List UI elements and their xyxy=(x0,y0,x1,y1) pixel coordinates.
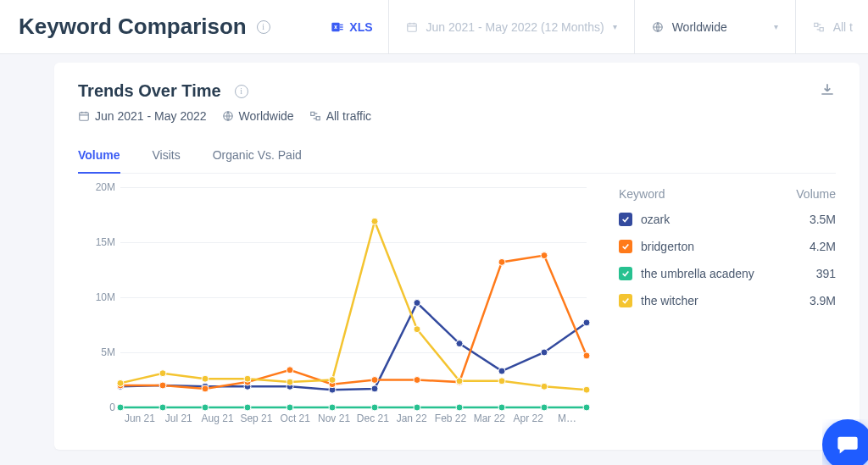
legend-checkbox[interactable] xyxy=(619,267,632,280)
legend-keyword: ozark xyxy=(641,213,810,226)
tab-visits[interactable]: Visits xyxy=(153,141,181,173)
y-tick: 20M xyxy=(96,181,115,193)
legend-checkbox[interactable] xyxy=(619,294,632,307)
series-point xyxy=(498,368,505,374)
legend-volume: 4.2M xyxy=(810,240,836,253)
series-point xyxy=(541,252,548,259)
x-tick: Dec 21 xyxy=(353,407,392,433)
xls-icon xyxy=(331,20,344,34)
series-point xyxy=(414,326,420,333)
x-tick: Feb 22 xyxy=(431,407,470,433)
download-icon[interactable] xyxy=(819,81,836,98)
page-title: Keyword Comparison xyxy=(19,14,247,40)
legend-volume-header: Volume xyxy=(796,187,836,201)
globe-icon xyxy=(222,110,234,122)
legend-row[interactable]: the umbrella acadeny391 xyxy=(619,267,836,280)
legend-keyword: the umbrella acadeny xyxy=(641,267,816,280)
legend-volume: 3.9M xyxy=(810,294,836,307)
meta-country: Worldwide xyxy=(222,109,294,123)
date-range-label: Jun 2021 - May 2022 (12 Months) xyxy=(426,20,604,34)
plot xyxy=(120,187,587,407)
series-point xyxy=(541,383,548,390)
series-point xyxy=(456,340,463,347)
globe-icon xyxy=(652,21,664,33)
series-point xyxy=(456,378,463,385)
series-point xyxy=(117,379,124,386)
chat-icon xyxy=(836,433,860,457)
svg-rect-7 xyxy=(820,27,823,30)
series-point xyxy=(371,377,378,384)
country-selector[interactable]: Worldwide ▾ xyxy=(635,0,796,53)
legend: Keyword Volume ozark3.5Mbridgerton4.2Mth… xyxy=(619,187,836,433)
info-icon[interactable]: i xyxy=(235,85,248,98)
series-point xyxy=(329,377,336,384)
legend-row[interactable]: ozark3.5M xyxy=(619,213,836,226)
y-tick: 5M xyxy=(101,346,115,358)
all-traffic-selector[interactable]: All t xyxy=(796,0,853,53)
legend-volume: 3.5M xyxy=(810,213,836,226)
series-point xyxy=(583,386,590,393)
chat-widget[interactable] xyxy=(822,419,868,465)
svg-rect-4 xyxy=(407,23,416,30)
y-tick: 10M xyxy=(96,291,115,303)
compare-icon xyxy=(813,21,825,33)
tab-organic-vs-paid[interactable]: Organic Vs. Paid xyxy=(213,141,302,173)
chart-area: 05M10M15M20M Jun 21Jul 21Aug 21Sep 21Oct… xyxy=(78,187,587,433)
legend-checkbox[interactable] xyxy=(619,213,632,226)
series-point xyxy=(371,218,378,224)
x-tick: Apr 22 xyxy=(509,407,548,433)
legend-keyword: bridgerton xyxy=(641,240,810,253)
calendar-icon xyxy=(78,110,90,122)
x-tick: M… xyxy=(548,407,587,433)
x-axis: Jun 21Jul 21Aug 21Sep 21Oct 21Nov 21Dec … xyxy=(120,407,587,433)
series-point xyxy=(414,300,420,307)
x-tick: Jan 22 xyxy=(392,407,431,433)
series-point xyxy=(287,367,293,374)
compare-icon xyxy=(309,110,321,122)
info-icon[interactable]: i xyxy=(257,20,270,34)
x-tick: Oct 21 xyxy=(275,407,314,433)
svg-rect-2 xyxy=(340,26,343,27)
series-point xyxy=(371,385,378,392)
y-tick: 15M xyxy=(96,236,115,248)
chevron-down-icon: ▾ xyxy=(774,22,778,31)
series-point xyxy=(244,375,251,382)
legend-checkbox[interactable] xyxy=(619,240,632,253)
series-point xyxy=(414,377,420,384)
legend-volume: 391 xyxy=(816,267,836,280)
tab-volume[interactable]: Volume xyxy=(78,141,120,174)
y-tick: 0 xyxy=(109,401,115,413)
series-point xyxy=(202,375,209,382)
legend-keyword-header: Keyword xyxy=(619,187,796,201)
y-axis: 05M10M15M20M xyxy=(78,187,120,407)
tabs: Volume Visits Organic Vs. Paid xyxy=(78,141,836,174)
series-point xyxy=(583,352,590,359)
chevron-down-icon: ▾ xyxy=(613,22,617,31)
series-point xyxy=(159,370,166,377)
x-tick: Aug 21 xyxy=(198,407,237,433)
x-tick: Mar 22 xyxy=(470,407,509,433)
svg-rect-8 xyxy=(80,113,89,120)
date-range-selector[interactable]: Jun 2021 - May 2022 (12 Months) ▾ xyxy=(389,0,635,53)
series-point xyxy=(287,379,293,385)
legend-row[interactable]: the witcher3.9M xyxy=(619,294,836,307)
top-bar: Keyword Comparison i XLS Jun 2021 - May … xyxy=(0,0,868,54)
country-label: Worldwide xyxy=(672,20,727,34)
export-xls-button[interactable]: XLS xyxy=(315,0,388,53)
svg-rect-1 xyxy=(340,24,343,25)
x-tick: Sep 21 xyxy=(236,407,275,433)
all-traffic-label: All t xyxy=(833,20,853,34)
x-tick: Jun 21 xyxy=(120,407,159,433)
trends-card: Trends Over Time i Jun 2021 - May 2022 W… xyxy=(54,63,860,450)
x-tick: Jul 21 xyxy=(159,407,198,433)
svg-rect-10 xyxy=(310,112,314,115)
export-xls-label: XLS xyxy=(349,20,372,34)
svg-rect-6 xyxy=(814,23,817,26)
series-point xyxy=(159,382,166,389)
series-point xyxy=(498,258,505,265)
card-title: Trends Over Time xyxy=(78,81,221,101)
legend-row[interactable]: bridgerton4.2M xyxy=(619,240,836,253)
svg-rect-11 xyxy=(316,117,320,120)
calendar-icon xyxy=(406,21,418,33)
meta-date-range: Jun 2021 - May 2022 xyxy=(78,109,207,123)
